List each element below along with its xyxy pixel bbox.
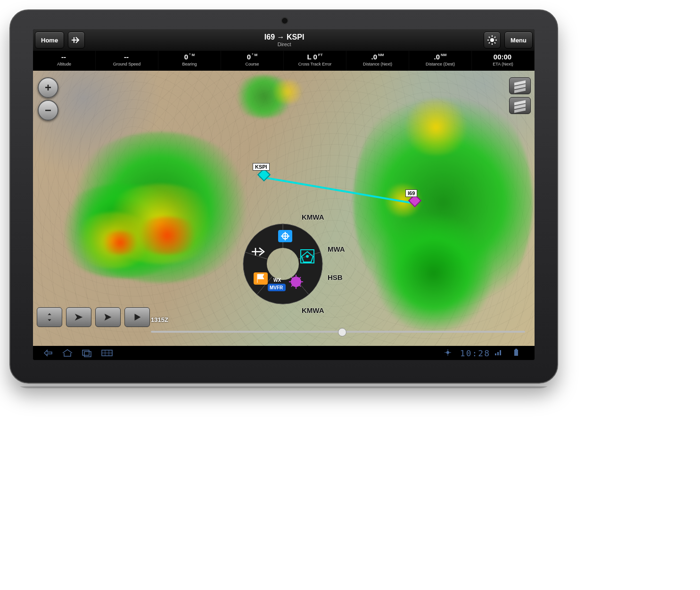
- radial-menu: WXMVFR KMWA MWA HSB KMWA: [240, 221, 325, 306]
- zoom-out-button[interactable]: −: [38, 100, 58, 121]
- svg-rect-37: [514, 350, 518, 356]
- reflection: [9, 386, 556, 528]
- layers-top-button[interactable]: [509, 77, 531, 94]
- strip-dist-dest: .0NMDistance (Dest): [409, 51, 472, 71]
- brightness-icon: [487, 35, 497, 45]
- home-button[interactable]: Home: [35, 32, 64, 49]
- system-clock: 10:28: [460, 348, 490, 358]
- strip-eta-next: 00:00ETA (Next): [472, 51, 535, 71]
- radial-label-1[interactable]: MWA: [328, 245, 345, 253]
- waypoint-dest-label[interactable]: KSPI: [253, 163, 270, 171]
- battery-icon: [514, 349, 526, 357]
- app-bar: Home I69 → KSPI Direct Menu: [33, 29, 535, 51]
- back-icon[interactable]: [41, 349, 54, 357]
- camera-dot: [281, 17, 288, 25]
- map-canvas[interactable]: KSPI I69: [33, 71, 535, 346]
- svg-text:MVFR: MVFR: [270, 285, 283, 290]
- compress-button[interactable]: [37, 307, 62, 327]
- svg-point-18: [306, 255, 309, 258]
- svg-text:WX: WX: [273, 278, 281, 283]
- direct-to-button[interactable]: [68, 32, 85, 49]
- brightness-button[interactable]: [484, 32, 501, 49]
- play-button[interactable]: [124, 307, 150, 327]
- svg-rect-29: [84, 352, 91, 357]
- strip-ground-speed: --Ground Speed: [96, 51, 158, 71]
- strip-xte: L 0FTCross Track Error: [284, 51, 346, 71]
- zoom-in-button[interactable]: +: [38, 77, 58, 98]
- svg-line-7: [494, 37, 495, 38]
- recents-icon[interactable]: [81, 349, 93, 357]
- strip-course: 0° MCourse: [221, 51, 284, 71]
- aircraft-center-button[interactable]: [66, 307, 91, 327]
- svg-line-9: [259, 177, 410, 203]
- north-up-button[interactable]: [95, 307, 121, 327]
- timeline-slider[interactable]: [151, 328, 525, 336]
- strip-dist-next: .0NMDistance (Next): [346, 51, 409, 71]
- radial-label-0[interactable]: KMWA: [302, 213, 324, 221]
- svg-line-6: [494, 42, 495, 43]
- strip-altitude: --Altitude: [33, 51, 96, 71]
- route-title: I69 → KSPI Direct: [87, 33, 482, 47]
- grid-icon[interactable]: [101, 349, 113, 357]
- map-toolbar: [37, 307, 150, 327]
- svg-line-8: [489, 42, 490, 43]
- direct-to-icon: [71, 36, 82, 44]
- radar-timestamp: 1315Z: [151, 316, 168, 323]
- system-nav-bar: 10:28: [33, 346, 535, 360]
- svg-rect-28: [82, 350, 89, 355]
- svg-line-5: [489, 37, 490, 38]
- radial-label-3[interactable]: KMWA: [302, 306, 324, 314]
- layers-bottom-button[interactable]: [509, 97, 531, 114]
- menu-label: Menu: [511, 37, 527, 44]
- tablet-frame: Home I69 → KSPI Direct Menu --Altitude -…: [9, 9, 558, 384]
- data-strip: --Altitude --Ground Speed 0° MBearing 0°…: [33, 51, 535, 71]
- svg-rect-38: [515, 349, 517, 350]
- usb-icon: [444, 349, 456, 357]
- home-label: Home: [41, 37, 58, 44]
- screen: Home I69 → KSPI Direct Menu --Altitude -…: [33, 29, 535, 360]
- menu-button[interactable]: Menu: [504, 32, 533, 49]
- svg-point-0: [490, 38, 494, 42]
- radial-label-2[interactable]: HSB: [328, 273, 343, 281]
- route-text: I69 → KSPI: [87, 33, 482, 41]
- waypoint-origin-label[interactable]: I69: [405, 189, 417, 197]
- home-icon[interactable]: [61, 349, 74, 357]
- timeline-knob[interactable]: [338, 328, 346, 336]
- strip-bearing: 0° MBearing: [158, 51, 221, 71]
- route-subtitle: Direct: [87, 41, 482, 47]
- radial-airport-icon: [278, 230, 292, 242]
- radial-flag-icon: [254, 272, 268, 285]
- wifi-icon: [494, 349, 506, 357]
